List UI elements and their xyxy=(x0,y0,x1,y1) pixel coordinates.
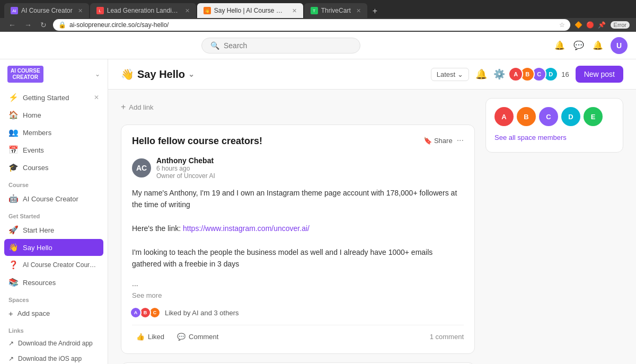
home-icon: 🏠 xyxy=(8,110,19,120)
author-time-1: 6 hours ago xyxy=(156,165,190,172)
page-title: Say Hello xyxy=(137,68,185,81)
sidebar-item-start-here[interactable]: 🚀 Start Here xyxy=(4,221,103,238)
sidebar-item-events[interactable]: 📅 Events xyxy=(4,141,103,158)
tab-thrivecart[interactable]: T ThriveCart ✕ xyxy=(304,3,367,18)
sidebar-item-label: Courses xyxy=(23,164,99,172)
sidebar-item-getting-started[interactable]: ⚡ Getting Started ✕ xyxy=(4,89,103,106)
tab-ai-course-creator[interactable]: AI AI Course Creator ✕ xyxy=(4,3,89,18)
tab-favicon: AI xyxy=(11,7,18,14)
share-button-1[interactable]: 🔖 Share xyxy=(423,137,453,145)
post-ellipsis-1: ... xyxy=(132,278,464,289)
post-card-1: Hello fellow course creators! 🔖 Share ··… xyxy=(121,125,475,354)
tab-close-icon[interactable]: ✕ xyxy=(185,7,190,14)
sidebar-item-android-app[interactable]: ↗ Download the Android app xyxy=(4,336,103,351)
sidebar-item-ai-course-creator[interactable]: 🤖 AI Course Creator xyxy=(4,190,103,207)
content-area: 👋 Say Hello ⌄ Latest ⌄ 🔔 ⚙️ A B xyxy=(108,59,636,364)
sidebar-header: AI COURSE CREATOR ⌄ xyxy=(0,59,108,89)
settings-gear-icon[interactable]: ⚙️ xyxy=(493,68,505,80)
tab-say-hello[interactable]: 👋 Say Hello | AI Course Creator ✕ xyxy=(197,3,303,18)
member-thumb-5: E xyxy=(584,107,603,126)
user-avatar[interactable]: U xyxy=(611,37,628,54)
content-header-right: Latest ⌄ 🔔 ⚙️ A B C D 16 New post xyxy=(431,66,623,83)
members-icon: 👥 xyxy=(8,128,19,137)
resources-icon: 📚 xyxy=(8,278,19,287)
tab-close-icon[interactable]: ✕ xyxy=(78,7,83,14)
sidebar-section-links: Links xyxy=(4,322,103,336)
add-link-plus-icon: + xyxy=(121,102,126,112)
sidebar-item-course-questions[interactable]: ❓ AI Course Creator Course Questi... xyxy=(4,256,103,273)
comment-button-1[interactable]: 💬 Comment xyxy=(173,331,223,343)
ai-course-icon: 🤖 xyxy=(8,194,19,203)
error-badge[interactable]: Error xyxy=(611,21,630,29)
sidebar-item-home[interactable]: 🏠 Home xyxy=(4,106,103,123)
page-title-dropdown-icon[interactable]: ⌄ xyxy=(188,70,195,78)
refresh-button[interactable]: ↻ xyxy=(38,20,49,30)
tab-close-icon[interactable]: ✕ xyxy=(356,7,361,14)
sidebar-item-label: AI Course Creator xyxy=(23,195,99,203)
extension-icon-3[interactable]: 📌 xyxy=(598,21,606,29)
address-bar[interactable]: 🔒 ai-solopreneur.circle.so/c/say-hello/ … xyxy=(53,19,570,31)
tab-title: AI Course Creator xyxy=(21,7,73,14)
sidebar-item-courses[interactable]: 🎓 Courses xyxy=(4,159,103,176)
sidebar-item-ios-app[interactable]: ↗ Download the iOS app xyxy=(4,351,103,364)
member-thumb-4: D xyxy=(561,107,580,126)
see-all-members-link[interactable]: See all space members xyxy=(494,131,614,144)
courses-icon: 🎓 xyxy=(8,163,19,172)
tab-close-icon[interactable]: ✕ xyxy=(292,7,297,14)
sidebar-add-space[interactable]: + Add space xyxy=(4,305,103,322)
more-options-button-1[interactable]: ··· xyxy=(457,136,464,145)
nav-bar: ← → ↻ 🔒 ai-solopreneur.circle.so/c/say-h… xyxy=(0,18,636,32)
sidebar-collapse-icon[interactable]: ⌄ xyxy=(95,70,100,78)
bell-outline-icon[interactable]: 🔔 xyxy=(591,39,604,52)
extension-icon-1[interactable]: 🔶 xyxy=(575,21,583,29)
member-avatar: A xyxy=(508,67,523,82)
lock-icon: 🔒 xyxy=(58,21,66,29)
new-post-button[interactable]: New post xyxy=(576,66,623,83)
content-header: 👋 Say Hello ⌄ Latest ⌄ 🔔 ⚙️ A B xyxy=(108,59,636,90)
add-link-bar[interactable]: + Add link xyxy=(121,98,475,116)
search-icon: 🔍 xyxy=(210,41,219,50)
ios-link-icon: ↗ xyxy=(8,355,14,362)
sidebar-section-course: Course xyxy=(4,176,103,190)
search-input[interactable] xyxy=(224,41,340,50)
members-preview: A B C D E xyxy=(494,107,614,126)
sidebar-item-label: Add space xyxy=(17,309,99,317)
tab-favicon: 👋 xyxy=(204,7,211,14)
latest-chevron-icon: ⌄ xyxy=(457,70,463,78)
sidebar-item-label: Download the iOS app xyxy=(18,355,99,362)
latest-sort-button[interactable]: Latest ⌄ xyxy=(431,68,469,81)
new-tab-button[interactable]: + xyxy=(368,4,382,18)
comment-label-1: Comment xyxy=(189,333,218,341)
sidebar-item-members[interactable]: 👥 Members xyxy=(4,124,103,141)
notification-bell-icon[interactable]: 🔔 xyxy=(553,39,566,52)
like-button-1[interactable]: 👍 Liked xyxy=(132,331,169,343)
back-button[interactable]: ← xyxy=(6,20,18,30)
sidebar-item-say-hello[interactable]: 👋 Say Hello xyxy=(4,239,103,256)
tab-favicon: T xyxy=(311,7,318,14)
sidebar-item-resources[interactable]: 📚 Resources xyxy=(4,274,103,291)
right-column: A B C D E See all space members xyxy=(485,98,623,364)
nav-icons: 🔶 🔴 📌 xyxy=(575,21,606,29)
author-name-1: Anthony Chebat xyxy=(156,156,215,165)
member-avatars: A B C D 16 xyxy=(511,67,569,82)
sidebar-navigation: ⚡ Getting Started ✕ 🏠 Home 👥 Members 📅 E… xyxy=(0,89,108,364)
sidebar-item-label: Members xyxy=(23,129,99,137)
liked-label-1: Liked xyxy=(148,333,164,341)
posts-column: + Add link Hello fellow course creators!… xyxy=(121,98,475,364)
extension-icon-2[interactable]: 🔴 xyxy=(586,21,595,29)
app: 🔍 🔔 💬 🔔 U AI COURSE CREATOR ⌄ ⚡ xyxy=(0,32,636,364)
sidebar-item-label: Say Hello xyxy=(23,244,99,252)
say-hello-icon: 👋 xyxy=(8,243,19,252)
bookmark-icon[interactable]: ☆ xyxy=(559,21,565,29)
close-icon[interactable]: ✕ xyxy=(94,94,99,101)
see-more-button-1[interactable]: See more xyxy=(132,291,464,299)
notifications-bell-icon[interactable]: 🔔 xyxy=(475,68,487,80)
tab-lead-gen[interactable]: L Lead Generation Landing Pa... ✕ xyxy=(90,3,196,18)
post-link-1[interactable]: https://www.instagram.com/uncover.ai/ xyxy=(183,224,310,233)
post-para-2: Here's the link: https://www.instagram.c… xyxy=(132,223,464,234)
like-avatars-1: A B C xyxy=(132,307,161,318)
forward-button[interactable]: → xyxy=(22,20,34,30)
logo-line1: AI COURSE xyxy=(11,68,40,74)
chat-icon[interactable]: 💬 xyxy=(572,39,585,52)
sidebar-section-spaces: Spaces xyxy=(4,291,103,305)
